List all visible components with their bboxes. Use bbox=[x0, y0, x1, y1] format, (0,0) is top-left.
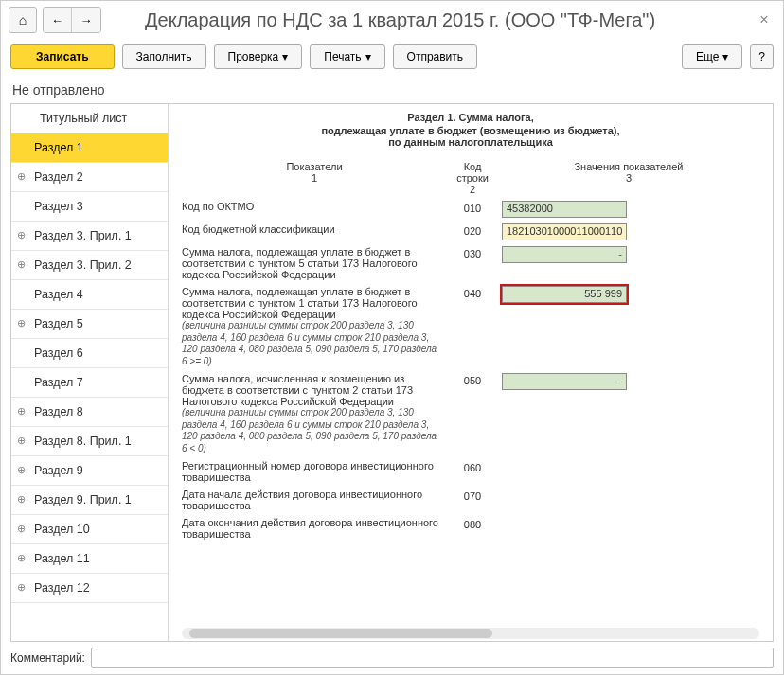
content: Раздел 1. Сумма налога, подлежащая уплат… bbox=[169, 104, 773, 641]
app-window: ⌂ ← → Декларация по НДС за 1 квартал 201… bbox=[0, 0, 784, 675]
expand-icon[interactable]: ⊕ bbox=[17, 552, 26, 564]
row-010-value[interactable]: 45382000 bbox=[502, 201, 627, 218]
comment-input[interactable] bbox=[91, 648, 774, 668]
row-080: Дата окончания действия договора инвести… bbox=[182, 517, 759, 540]
row-010: Код по ОКТМО 010 45382000 bbox=[182, 201, 759, 218]
check-button[interactable]: Проверка ▾ bbox=[214, 44, 303, 69]
footer: Комментарий: bbox=[1, 642, 783, 674]
horizontal-scrollbar[interactable] bbox=[182, 628, 759, 639]
row-020: Код бюджетной классификации 020 18210301… bbox=[182, 223, 759, 240]
expand-icon[interactable]: ⊕ bbox=[17, 170, 26, 183]
row-060-label: Регистрационный номер договора инвестици… bbox=[182, 460, 447, 483]
sidebar-item-label: Раздел 9 bbox=[34, 464, 83, 477]
status-text: Не отправлено bbox=[12, 82, 104, 98]
chevron-down-icon: ▾ bbox=[365, 50, 371, 63]
fill-button[interactable]: Заполнить bbox=[122, 44, 206, 69]
sidebar-item-label: Раздел 8 bbox=[34, 405, 83, 418]
expand-icon[interactable]: ⊕ bbox=[17, 405, 26, 417]
sidebar-item-label: Титульный лист bbox=[40, 112, 127, 125]
sidebar-item-6[interactable]: Раздел 4 bbox=[11, 280, 168, 310]
row-010-label: Код по ОКТМО bbox=[182, 201, 447, 212]
sidebar-item-7[interactable]: ⊕Раздел 5 bbox=[11, 310, 168, 339]
expand-icon[interactable]: ⊕ bbox=[17, 229, 26, 241]
col2-header: Код строки bbox=[447, 161, 498, 184]
nav-group: ← → bbox=[43, 7, 101, 33]
expand-icon[interactable]: ⊕ bbox=[17, 464, 26, 476]
forward-button[interactable]: → bbox=[72, 8, 100, 32]
sidebar-item-5[interactable]: ⊕Раздел 3. Прил. 2 bbox=[11, 251, 168, 280]
sidebar-item-8[interactable]: Раздел 6 bbox=[11, 339, 168, 368]
col3-header: Значения показателей bbox=[498, 161, 759, 172]
col3-num: 3 bbox=[498, 172, 759, 184]
row-030-value[interactable] bbox=[502, 246, 627, 263]
sidebar-item-label: Раздел 7 bbox=[34, 376, 83, 389]
expand-icon[interactable]: ⊕ bbox=[17, 317, 26, 329]
back-button[interactable]: ← bbox=[44, 8, 72, 32]
chevron-down-icon: ▾ bbox=[722, 50, 728, 63]
sidebar-item-9[interactable]: Раздел 7 bbox=[11, 368, 168, 398]
more-label: Еще bbox=[696, 50, 719, 63]
close-icon: × bbox=[759, 11, 768, 27]
sidebar-item-label: Раздел 5 bbox=[34, 317, 83, 330]
expand-icon[interactable]: ⊕ bbox=[17, 258, 26, 271]
sidebar-item-15[interactable]: ⊕Раздел 11 bbox=[11, 544, 168, 574]
chevron-down-icon: ▾ bbox=[282, 50, 288, 63]
sidebar-item-label: Раздел 12 bbox=[34, 581, 90, 595]
sidebar-item-label: Раздел 1 bbox=[34, 141, 83, 154]
row-040-code: 040 bbox=[447, 286, 498, 299]
col1-num: 1 bbox=[182, 172, 447, 184]
print-label: Печать bbox=[324, 50, 361, 63]
col2-num: 2 bbox=[447, 184, 498, 195]
check-label: Проверка bbox=[228, 50, 279, 63]
row-030-label: Сумма налога, подлежащая уплате в бюджет… bbox=[182, 246, 447, 280]
row-010-code: 010 bbox=[447, 201, 498, 214]
row-020-label: Код бюджетной классификации bbox=[182, 223, 447, 235]
row-080-code: 080 bbox=[447, 517, 498, 530]
row-070-code: 070 bbox=[447, 488, 498, 502]
row-040-label: Сумма налога, подлежащая уплате в бюджет… bbox=[182, 286, 441, 320]
sidebar-item-2[interactable]: ⊕Раздел 2 bbox=[11, 163, 168, 192]
sidebar-item-11[interactable]: ⊕Раздел 8. Прил. 1 bbox=[11, 427, 168, 456]
home-button[interactable]: ⌂ bbox=[9, 7, 37, 33]
row-050: Сумма налога, исчисленная к возмещению и… bbox=[182, 373, 759, 454]
section-title: Раздел 1. Сумма налога, bbox=[182, 112, 759, 123]
section-sub1: подлежащая уплате в бюджет (возмещению и… bbox=[182, 125, 759, 136]
sidebar-item-12[interactable]: ⊕Раздел 9 bbox=[11, 456, 168, 486]
row-060: Регистрационный номер договора инвестици… bbox=[182, 460, 759, 483]
sidebar-item-13[interactable]: ⊕Раздел 9. Прил. 1 bbox=[11, 486, 168, 515]
sidebar-item-0[interactable]: Титульный лист bbox=[11, 104, 168, 133]
print-button[interactable]: Печать ▾ bbox=[310, 44, 384, 69]
sidebar-item-3[interactable]: Раздел 3 bbox=[11, 192, 168, 222]
scrollbar-thumb[interactable] bbox=[189, 629, 492, 638]
row-050-value[interactable] bbox=[502, 373, 627, 390]
close-button[interactable]: × bbox=[753, 9, 775, 31]
expand-icon[interactable]: ⊕ bbox=[17, 581, 26, 594]
help-button[interactable]: ? bbox=[750, 44, 774, 69]
send-button[interactable]: Отправить bbox=[393, 44, 478, 69]
sidebar-item-16[interactable]: ⊕Раздел 12 bbox=[11, 574, 168, 603]
row-050-code: 050 bbox=[447, 373, 498, 386]
sidebar-item-14[interactable]: ⊕Раздел 10 bbox=[11, 515, 168, 544]
save-button[interactable]: Записать bbox=[10, 44, 115, 69]
sidebar-item-10[interactable]: ⊕Раздел 8 bbox=[11, 398, 168, 427]
expand-icon[interactable]: ⊕ bbox=[17, 435, 26, 447]
status-bar: Не отправлено bbox=[1, 79, 783, 103]
sidebar: Титульный листРаздел 1⊕Раздел 2Раздел 3⊕… bbox=[11, 104, 169, 641]
sidebar-item-label: Раздел 6 bbox=[34, 346, 83, 360]
row-040: Сумма налога, подлежащая уплате в бюджет… bbox=[182, 286, 759, 367]
sidebar-item-4[interactable]: ⊕Раздел 3. Прил. 1 bbox=[11, 222, 168, 251]
expand-icon[interactable]: ⊕ bbox=[17, 493, 26, 506]
section-sub2: по данным налогоплательщика bbox=[182, 136, 759, 148]
toolbar: Записать Заполнить Проверка ▾ Печать ▾ О… bbox=[1, 39, 783, 79]
row-040-note: (величина разницы суммы строк 200 раздел… bbox=[182, 320, 441, 367]
row-020-value[interactable]: 18210301000011000110 bbox=[502, 223, 627, 240]
expand-icon[interactable]: ⊕ bbox=[17, 523, 26, 535]
more-button[interactable]: Еще ▾ bbox=[682, 44, 742, 69]
sidebar-item-1[interactable]: Раздел 1 bbox=[11, 133, 168, 163]
window-title: Декларация по НДС за 1 квартал 2015 г. (… bbox=[107, 9, 747, 31]
sidebar-item-label: Раздел 8. Прил. 1 bbox=[34, 435, 132, 448]
row-040-value[interactable]: 555 999 bbox=[502, 286, 627, 303]
sidebar-item-label: Раздел 3 bbox=[34, 200, 83, 213]
row-070-label: Дата начала действия договора инвестицио… bbox=[182, 488, 447, 511]
main-area: Титульный листРаздел 1⊕Раздел 2Раздел 3⊕… bbox=[10, 103, 774, 642]
